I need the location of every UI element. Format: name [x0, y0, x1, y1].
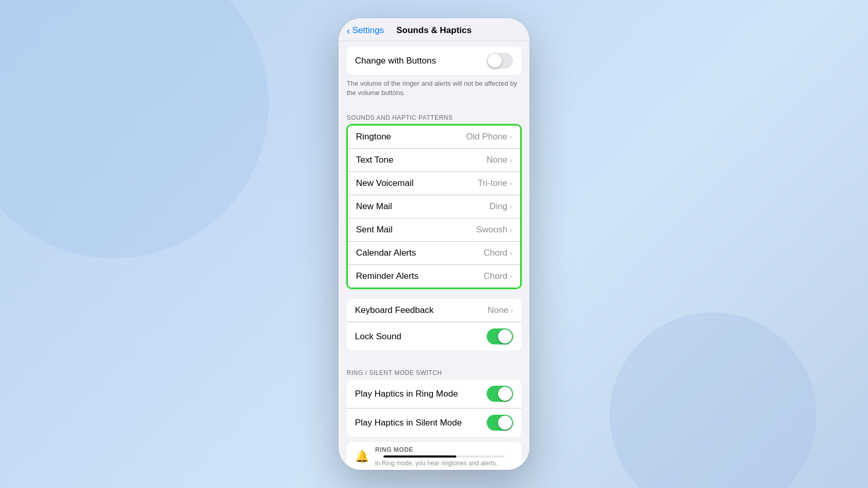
keyboard-lock-card: Keyboard Feedback None › Lock Sound	[347, 299, 521, 351]
text-tone-label: Text Tone	[356, 155, 393, 165]
page-title: Sounds & Haptics	[396, 25, 471, 36]
calendar-alerts-row[interactable]: Calendar Alerts Chord ›	[348, 242, 520, 265]
play-haptics-silent-row[interactable]: Play Haptics in Silent Mode	[347, 408, 521, 437]
lock-sound-label: Lock Sound	[355, 332, 401, 342]
ring-mode-label: Ring Mode	[375, 446, 513, 453]
keyboard-feedback-value: None	[488, 305, 509, 316]
play-haptics-ring-row[interactable]: Play Haptics in Ring Mode	[347, 380, 521, 408]
scroll-content: Change with Buttons The volume of the ri…	[338, 41, 530, 470]
change-with-buttons-toggle[interactable]	[487, 53, 513, 69]
chevron-right-icon: ›	[509, 179, 512, 187]
ring-mode-bar: 🔔 Ring Mode In Ring mode, you hear ringt…	[347, 442, 521, 470]
toggle-thumb	[498, 329, 512, 343]
chevron-left-icon: ‹	[347, 25, 350, 36]
ring-mode-description: In Ring mode, you hear ringtones and ale…	[375, 460, 513, 467]
new-mail-row[interactable]: New Mail Ding ›	[348, 195, 520, 218]
keyboard-feedback-right: None ›	[488, 305, 513, 316]
text-tone-right: None ›	[487, 155, 512, 165]
new-voicemail-right: Tri-tone ›	[477, 178, 512, 188]
play-haptics-ring-label: Play Haptics in Ring Mode	[355, 389, 458, 399]
toggle-thumb	[498, 416, 512, 430]
bell-icon: 🔔	[355, 450, 369, 463]
reminder-alerts-label: Reminder Alerts	[356, 271, 419, 281]
new-voicemail-row[interactable]: New Voicemail Tri-tone ›	[348, 172, 520, 195]
play-haptics-silent-toggle[interactable]	[487, 415, 513, 431]
new-mail-value: Ding	[489, 201, 507, 212]
volume-fill	[383, 455, 456, 458]
ring-mode-card: 🔔 Ring Mode In Ring mode, you hear ringt…	[347, 442, 521, 470]
keyboard-feedback-row[interactable]: Keyboard Feedback None ›	[347, 299, 521, 322]
change-with-buttons-row[interactable]: Change with Buttons	[347, 46, 521, 75]
back-button[interactable]: ‹ Settings	[347, 25, 384, 36]
new-mail-label: New Mail	[356, 201, 392, 212]
ringtone-label: Ringtone	[356, 132, 391, 142]
sounds-haptic-card: Ringtone Old Phone › Text Tone None › Ne…	[347, 124, 521, 289]
toggle-thumb	[498, 387, 512, 401]
reminder-alerts-right: Chord ›	[484, 271, 512, 281]
reminder-alerts-value: Chord	[484, 271, 507, 281]
volume-bar-container	[375, 455, 513, 460]
chevron-right-icon: ›	[509, 249, 512, 257]
sent-mail-label: Sent Mail	[356, 225, 393, 235]
back-label: Settings	[352, 25, 384, 36]
ringtone-row[interactable]: Ringtone Old Phone ›	[348, 125, 520, 149]
chevron-right-icon: ›	[509, 156, 512, 164]
change-with-buttons-card: Change with Buttons	[347, 46, 521, 75]
ring-silent-section-header: Ring / Silent Mode Switch	[338, 361, 530, 380]
lock-sound-toggle[interactable]	[487, 328, 513, 344]
lock-sound-row[interactable]: Lock Sound	[347, 322, 521, 351]
ringtone-value: Old Phone	[466, 132, 507, 142]
text-tone-value: None	[487, 155, 508, 165]
play-haptics-ring-toggle[interactable]	[487, 386, 513, 402]
change-with-buttons-helper: The volume of the ringer and alerts will…	[338, 75, 530, 106]
ring-silent-card: Play Haptics in Ring Mode Play Haptics i…	[347, 380, 521, 437]
sent-mail-row[interactable]: Sent Mail Swoosh ›	[348, 218, 520, 242]
play-haptics-silent-label: Play Haptics in Silent Mode	[355, 418, 462, 428]
sent-mail-value: Swoosh	[476, 225, 507, 235]
ringtone-right: Old Phone ›	[466, 132, 512, 142]
new-voicemail-label: New Voicemail	[356, 178, 414, 188]
sounds-section-header: Sounds and Haptic Patterns	[338, 106, 530, 124]
ring-mode-content: Ring Mode In Ring mode, you hear rington…	[375, 446, 513, 467]
sent-mail-right: Swoosh ›	[476, 225, 512, 235]
new-voicemail-value: Tri-tone	[477, 178, 507, 188]
chevron-right-icon: ›	[510, 306, 513, 314]
text-tone-row[interactable]: Text Tone None ›	[348, 149, 520, 172]
chevron-right-icon: ›	[509, 226, 512, 234]
calendar-alerts-label: Calendar Alerts	[356, 248, 416, 258]
change-with-buttons-label: Change with Buttons	[355, 56, 436, 66]
reminder-alerts-row[interactable]: Reminder Alerts Chord ›	[348, 265, 520, 288]
chevron-right-icon: ›	[509, 202, 512, 211]
toggle-thumb	[488, 54, 502, 68]
keyboard-feedback-label: Keyboard Feedback	[355, 305, 433, 316]
chevron-right-icon: ›	[509, 133, 512, 141]
volume-bar	[383, 455, 505, 458]
calendar-alerts-right: Chord ›	[484, 248, 512, 258]
phone-frame: ‹ Settings Sounds & Haptics Change with …	[338, 18, 530, 470]
navigation-bar: ‹ Settings Sounds & Haptics	[338, 18, 530, 41]
calendar-alerts-value: Chord	[484, 248, 507, 258]
chevron-right-icon: ›	[509, 272, 512, 280]
new-mail-right: Ding ›	[489, 201, 512, 212]
